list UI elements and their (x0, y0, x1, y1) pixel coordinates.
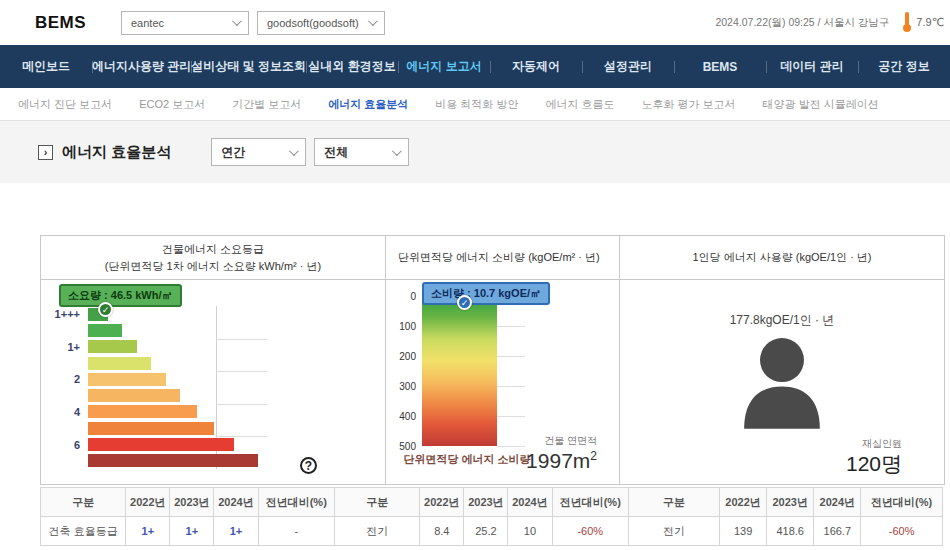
column-header: 2023년 (464, 488, 508, 517)
nav-item-2[interactable]: 설비상태 및 정보조회 (191, 45, 306, 88)
nav-item-9[interactable]: 공간 정보 (858, 45, 950, 88)
gauge-tick-label: 400 (392, 411, 416, 422)
panel-building-energy-grade: 건물에너지 소요등급 (단위면적당 1차 에너지 소요량 kWh/m² · 년)… (41, 236, 385, 484)
column-header: 2024년 (508, 488, 552, 517)
column-header: 2022년 (720, 488, 767, 517)
subnav-item-3[interactable]: 에너지 효율분석 (328, 97, 408, 112)
gauge-marker-check-icon (457, 295, 472, 310)
cell-value: 1+ (126, 517, 170, 546)
nav-item-7[interactable]: BEMS (674, 45, 766, 88)
grade-bar-4 (88, 405, 197, 418)
consumption-gauge: 0100200300400500 (392, 296, 542, 446)
subnav-item-4[interactable]: 비용 최적화 방안 (435, 97, 518, 112)
top-bar: BEMS eantec goodsoft(goodsoft) 2024.07.2… (0, 0, 950, 45)
nav-item-6[interactable]: 설정관리 (582, 45, 674, 88)
grade-chart-area: 소요량 : 46.5 kWh/㎡ 1+++1+246 ? (41, 280, 385, 484)
row-label: 전기 (335, 517, 420, 546)
gauge-grid-line (497, 386, 525, 387)
summary-table-2: 구분2022년2023년2024년전년대비(%)전기139418.6166.7-… (628, 487, 943, 546)
column-header: 전년대비(%) (552, 488, 628, 517)
page-title: 에너지 효율분석 (62, 143, 171, 162)
summary-tables: 구분2022년2023년2024년전년대비(%)건축 효율등급1+1+1+-구분… (40, 487, 945, 546)
gauge-grid-line (497, 356, 525, 357)
topbar-status: 2024.07.22(월) 09:25 / 서울시 강남구 7.9℃ (715, 12, 944, 33)
subnav-item-7[interactable]: 태양광 발전 시뮬레이션 (763, 97, 879, 112)
column-header: 2024년 (814, 488, 861, 517)
building-area-label: 건물 연면적 (526, 434, 597, 448)
site-select[interactable]: eantec (121, 11, 249, 35)
nav-item-1[interactable]: 에너지사용량 관리 (92, 45, 191, 88)
grade-row-4: 4 (41, 404, 258, 420)
grade-bar-track (88, 324, 258, 337)
nav-item-0[interactable]: 메인보드 (0, 45, 92, 88)
gauge-caption: 단위면적당 에너지 소비량 (386, 452, 548, 467)
grade-bar-track (88, 438, 258, 451)
grade-row-7 (41, 453, 258, 469)
grade-bar-track (88, 389, 258, 402)
gauge-tick-label: 100 (392, 321, 416, 332)
nav-item-3[interactable]: 실내외 환경정보 (306, 45, 398, 88)
row-label: 전기 (629, 517, 720, 546)
grade-row-3 (41, 387, 258, 403)
analysis-panels: 건물에너지 소요등급 (단위면적당 1차 에너지 소요량 kWh/m² · 년)… (40, 235, 945, 485)
nav-item-5[interactable]: 자동제어 (490, 45, 582, 88)
panel-header: 단위면적당 에너지 소비량 (kgOE/m² · 년) (386, 236, 619, 280)
column-header: 2023년 (767, 488, 814, 517)
chevron-down-icon (368, 16, 378, 26)
outdoor-temperature: 7.9℃ (916, 16, 944, 29)
subnav-item-0[interactable]: 에너지 진단 보고서 (18, 97, 112, 112)
scope-select[interactable]: 전체 (314, 138, 409, 166)
panel-header: 1인당 에너지 사용량 (kgOE/1인 · 년) (620, 236, 944, 280)
consumption-badge: 소요량 : 46.5 kWh/㎡ (59, 284, 182, 307)
column-header: 구분 (629, 488, 720, 517)
occupancy: 재실인원 120명 (846, 437, 902, 476)
table-row: 전기8.425.210-60% (335, 517, 629, 546)
chevron-down-icon (289, 146, 299, 156)
grade-bar-track (88, 340, 258, 353)
filter-bar: 에너지 효율분석 연간 전체 (0, 121, 950, 183)
gauge-chart-area: 소비량 : 10.7 kgOE/㎡ 0100200300400500 단위면적당… (386, 280, 619, 484)
grade-bar-7 (88, 454, 258, 467)
subnav-item-1[interactable]: ECO2 보고서 (139, 97, 205, 112)
area-sup: 2 (590, 449, 597, 463)
chevron-down-icon (392, 146, 402, 156)
subnav-item-5[interactable]: 에너지 흐름도 (545, 97, 614, 112)
summary-table-0: 구분2022년2023년2024년전년대비(%)건축 효율등급1+1+1+- (40, 487, 335, 546)
table-row: 건축 효율등급1+1+1+- (41, 517, 335, 546)
chevron-down-icon (232, 16, 242, 26)
period-select[interactable]: 연간 (211, 138, 306, 166)
site-select-value: eantec (131, 17, 164, 29)
subnav-item-2[interactable]: 기간별 보고서 (232, 97, 301, 112)
consumption-badge: 소비량 : 10.7 kgOE/㎡ (422, 282, 550, 305)
grade-marker-check-icon (98, 302, 113, 317)
table-row: 전기139418.6166.7-60% (629, 517, 943, 546)
column-header: 구분 (41, 488, 126, 517)
grade-bar-1+ (88, 340, 137, 353)
cell-value: 166.7 (814, 517, 861, 546)
nav-item-8[interactable]: 데이터 관리 (766, 45, 858, 88)
grade-bar-track (88, 405, 258, 418)
column-header: 2023년 (170, 488, 214, 517)
grade-bar-6 (88, 438, 234, 451)
grade-axis-label: 1+++ (41, 308, 88, 320)
grade-row-1 (41, 355, 258, 371)
cell-value: - (258, 517, 334, 546)
app-logo: BEMS (35, 13, 113, 33)
nav-item-4[interactable]: 에너지 보고서 (398, 45, 490, 88)
gauge-tick-label: 500 (392, 441, 416, 452)
grade-row-1+++: 1+++ (41, 306, 258, 322)
grade-row-6: 6 (41, 436, 258, 452)
column-header: 2024년 (214, 488, 258, 517)
gauge-tick-label: 300 (392, 381, 416, 392)
cell-value: -60% (552, 517, 628, 546)
grade-row-2: 2 (41, 371, 258, 387)
building-select[interactable]: goodsoft(goodsoft) (257, 11, 385, 35)
help-icon[interactable]: ? (300, 457, 317, 474)
table-header-row: 구분2022년2023년2024년전년대비(%) (41, 488, 335, 517)
column-header: 전년대비(%) (258, 488, 334, 517)
subnav-item-6[interactable]: 노후화 평가 보고서 (641, 97, 735, 112)
gauge-grid-line (497, 416, 525, 417)
scope-select-value: 전체 (324, 144, 348, 161)
thermometer-icon (901, 12, 912, 33)
cell-value: 139 (720, 517, 767, 546)
